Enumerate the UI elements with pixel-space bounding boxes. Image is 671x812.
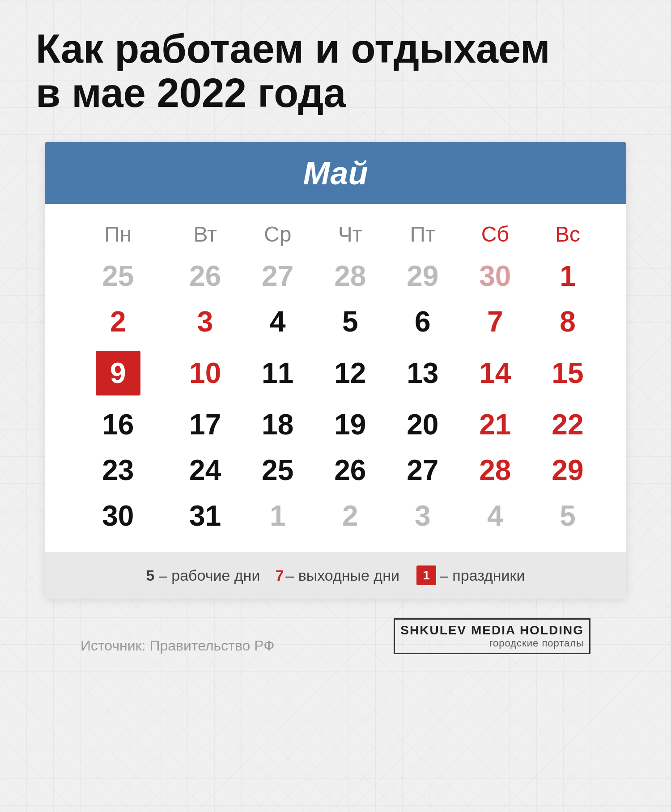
calendar-day: 25 [242,447,314,493]
month-header: Май [45,142,626,204]
weekday-header-row: Пн Вт Ср Чт Пт Сб Вс [67,213,604,253]
calendar-day: 2 [314,493,386,539]
calendar-day: 19 [314,402,386,447]
header-thu: Чт [314,213,386,253]
calendar-day: 6 [386,299,459,344]
calendar-day: 14 [459,344,531,402]
calendar-day: 1 [531,253,604,299]
legend-area: 5 – рабочие дни 7 – выходные дни 1 – пра… [45,552,626,599]
calendar-day: 12 [314,344,386,402]
calendar-day: 26 [169,253,242,299]
calendar-day: 24 [169,447,242,493]
legend-workday-text: – рабочие дни [159,567,260,584]
calendar-day: 20 [386,402,459,447]
header-sat: Сб [459,213,531,253]
calendar-day: 4 [242,299,314,344]
calendar-day: 30 [67,493,169,539]
brand-box: SHKULEV MEDIA HOLDING городские порталы [394,618,590,654]
calendar-day: 11 [242,344,314,402]
legend-weekend-text: – выходные дни [285,567,399,584]
calendar-day: 9 [67,344,169,402]
calendar-day: 13 [386,344,459,402]
calendar-day: 3 [386,493,459,539]
calendar-day: 5 [531,493,604,539]
brand-logo: SHKULEV MEDIA HOLDING городские порталы [394,616,590,654]
calendar-day: 26 [314,447,386,493]
main-content: Как работаем и отдыхаем в мае 2022 года … [0,0,671,694]
calendar-day: 3 [169,299,242,344]
calendar-week-row: 9101112131415 [67,344,604,402]
calendar-week-row: 2345678 [67,299,604,344]
calendar-day: 5 [314,299,386,344]
calendar-day: 18 [242,402,314,447]
calendar-week-row: 303112345 [67,493,604,539]
calendar-grid: Пн Вт Ср Чт Пт Сб Вс 2526272829301234567… [45,204,626,552]
legend-holiday-badge: 1 [416,565,436,585]
calendar-day: 28 [314,253,386,299]
header-mon: Пн [67,213,169,253]
calendar-day: 29 [386,253,459,299]
calendar-day: 25 [67,253,169,299]
brand-subtitle: городские порталы [400,638,584,649]
calendar-day: 16 [67,402,169,447]
header-wed: Ср [242,213,314,253]
calendar-day: 15 [531,344,604,402]
calendar-day: 27 [386,447,459,493]
calendar-week-row: 23242526272829 [67,447,604,493]
calendar-day: 4 [459,493,531,539]
calendar-day: 29 [531,447,604,493]
source-text: Источник: Правительство РФ [81,638,275,654]
header-sun: Вс [531,213,604,253]
calendar-day: 30 [459,253,531,299]
legend-holiday-text: – праздники [440,567,525,584]
calendar-day: 7 [459,299,531,344]
calendar-week-row: 16171819202122 [67,402,604,447]
calendar-day: 28 [459,447,531,493]
header-fri: Пт [386,213,459,253]
legend-workday-number: 5 [146,567,159,584]
calendar-day: 1 [242,493,314,539]
calendar-card: Май Пн Вт Ср Чт Пт Сб Вс 25262728293 [45,142,626,599]
calendar-day: 8 [531,299,604,344]
header-tue: Вт [169,213,242,253]
calendar-day: 17 [169,402,242,447]
footer: Источник: Правительство РФ SHKULEV MEDIA… [36,599,635,667]
calendar-day: 10 [169,344,242,402]
calendar-day: 31 [169,493,242,539]
brand-name: SHKULEV MEDIA HOLDING [400,623,584,638]
holiday-box-circle: 9 [96,351,140,395]
calendar-day: 2 [67,299,169,344]
calendar-table: Пн Вт Ср Чт Пт Сб Вс 2526272829301234567… [67,213,604,539]
calendar-day: 21 [459,402,531,447]
calendar-day: 27 [242,253,314,299]
page-title: Как работаем и отдыхаем в мае 2022 года [36,27,635,115]
calendar-day: 22 [531,402,604,447]
calendar-week-row: 2526272829301 [67,253,604,299]
month-name: Май [45,155,626,191]
calendar-day: 23 [67,447,169,493]
legend-weekend-number: 7 [275,567,284,584]
